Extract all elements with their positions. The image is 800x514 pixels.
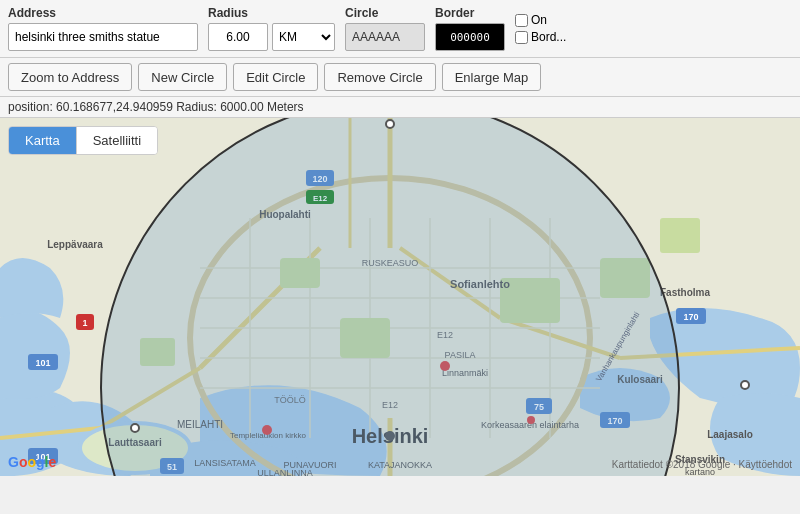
remove-circle-button[interactable]: Remove Circle: [324, 63, 435, 91]
map-attribution: Karttatiedot ©2018 Google · Käyttöehdot: [612, 459, 792, 470]
position-bar: position: 60.168677,24.940959 Radius: 60…: [0, 97, 800, 118]
svg-text:LANSISATAMA: LANSISATAMA: [194, 458, 256, 468]
circle-group: Circle: [345, 6, 425, 51]
border-color-box[interactable]: 000000: [435, 23, 505, 51]
radius-label: Radius: [208, 6, 335, 20]
svg-text:Lauttasaari: Lauttasaari: [108, 437, 162, 448]
buttons-row: Zoom to Address New Circle Edit Circle R…: [0, 58, 800, 97]
address-input[interactable]: [8, 23, 198, 51]
svg-rect-26: [600, 258, 650, 298]
svg-text:Huopalahti: Huopalahti: [259, 209, 311, 220]
svg-rect-25: [140, 338, 175, 366]
radius-group: Radius KM Miles Meters: [208, 6, 335, 51]
svg-rect-23: [340, 318, 390, 358]
svg-text:RUSKEASUO: RUSKEASUO: [362, 258, 419, 268]
new-circle-button[interactable]: New Circle: [138, 63, 227, 91]
svg-text:120: 120: [312, 174, 327, 184]
svg-point-73: [527, 416, 535, 424]
svg-text:Fastholma: Fastholma: [660, 287, 710, 298]
svg-text:E12: E12: [437, 330, 453, 340]
svg-text:MEILAHTI: MEILAHTI: [177, 419, 223, 430]
svg-text:ULLANLINNA: ULLANLINNA: [257, 468, 313, 476]
address-label: Address: [8, 6, 198, 20]
radius-input-group: KM Miles Meters: [208, 23, 335, 51]
radius-unit-select[interactable]: KM Miles Meters: [272, 23, 335, 51]
svg-text:51: 51: [167, 462, 177, 472]
svg-rect-27: [660, 218, 700, 253]
svg-point-74: [385, 431, 395, 441]
border-group: Border 000000: [435, 6, 505, 51]
radius-input[interactable]: [208, 23, 268, 51]
svg-text:KATAJANOKKA: KATAJANOKKA: [368, 460, 432, 470]
checkbox-group: On Bord...: [515, 13, 566, 44]
svg-text:E12: E12: [313, 194, 328, 203]
svg-point-71: [440, 361, 450, 371]
svg-text:TÖÖLÖ: TÖÖLÖ: [274, 395, 306, 405]
on-label: On: [531, 13, 547, 27]
svg-text:Kulosaari: Kulosaari: [617, 374, 663, 385]
svg-text:Linnanmäki: Linnanmäki: [442, 368, 488, 378]
svg-text:PASILA: PASILA: [445, 350, 476, 360]
border-checkbox-row: Bord...: [515, 30, 566, 44]
tab-bar: Kartta Satelliitti: [8, 126, 158, 155]
address-group: Address: [8, 6, 198, 51]
svg-point-72: [262, 425, 272, 435]
circle-handle-bottom[interactable]: [130, 423, 140, 433]
edit-circle-button[interactable]: Edit Circle: [233, 63, 318, 91]
circle-handle-right[interactable]: [740, 380, 750, 390]
google-logo: Google: [8, 454, 56, 470]
tab-satelliitti[interactable]: Satelliitti: [77, 127, 157, 154]
on-checkbox[interactable]: [515, 14, 528, 27]
svg-text:1: 1: [82, 318, 87, 328]
border-color-value: 000000: [450, 31, 490, 44]
enlarge-map-button[interactable]: Enlarge Map: [442, 63, 542, 91]
circle-input[interactable]: [345, 23, 425, 51]
toolbar: Address Radius KM Miles Meters Circle Bo…: [0, 0, 800, 58]
svg-text:E12: E12: [382, 400, 398, 410]
border-on-label: Bord...: [531, 30, 566, 44]
svg-rect-22: [280, 258, 320, 288]
svg-text:Sofianlehto: Sofianlehto: [450, 278, 510, 290]
svg-text:Laajasalo: Laajasalo: [707, 429, 753, 440]
zoom-to-address-button[interactable]: Zoom to Address: [8, 63, 132, 91]
position-prefix: p: [8, 100, 15, 114]
map-svg: 120 E12 75 170 170 101 101 51 1 Huopalah…: [0, 118, 800, 476]
svg-text:170: 170: [607, 416, 622, 426]
svg-text:101: 101: [35, 358, 50, 368]
svg-text:75: 75: [534, 402, 544, 412]
circle-handle-top[interactable]: [385, 119, 395, 129]
map-container[interactable]: 120 E12 75 170 170 101 101 51 1 Huopalah…: [0, 118, 800, 476]
position-text: osition: 60.168677,24.940959 Radius: 600…: [15, 100, 304, 114]
svg-text:Leppävaara: Leppävaara: [47, 239, 103, 250]
circle-label: Circle: [345, 6, 425, 20]
svg-text:170: 170: [683, 312, 698, 322]
border-label: Border: [435, 6, 505, 20]
on-checkbox-row: On: [515, 13, 566, 27]
border-checkbox[interactable]: [515, 31, 528, 44]
tab-kartta[interactable]: Kartta: [9, 127, 77, 154]
